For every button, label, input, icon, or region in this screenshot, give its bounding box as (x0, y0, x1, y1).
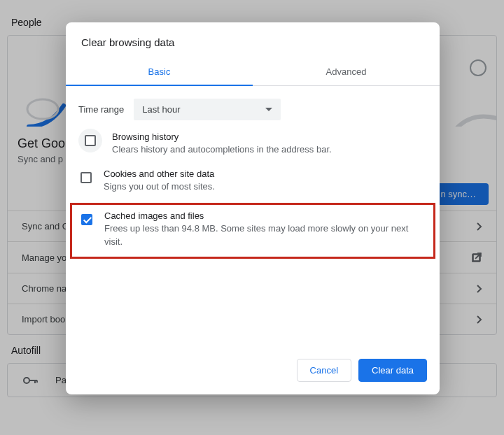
checkbox-cached[interactable] (79, 212, 94, 227)
highlighted-option: Cached images and files Frees up less th… (70, 203, 435, 258)
option-title: Cookies and other site data (104, 169, 215, 179)
checkbox-browsing-history[interactable] (78, 129, 102, 152)
option-cookies: Cookies and other site data Signs you ou… (66, 160, 440, 197)
dialog-actions: Cancel Clear data (66, 348, 440, 394)
dialog-tabs: Basic Advanced (66, 59, 440, 86)
time-range-value: Last hour (142, 104, 180, 115)
tab-advanced[interactable]: Advanced (253, 59, 440, 85)
clear-browsing-data-dialog: Clear browsing data Basic Advanced Time … (66, 22, 440, 394)
dropdown-arrow-icon (265, 108, 272, 112)
option-cached: Cached images and files Frees up less th… (79, 211, 426, 248)
cancel-button[interactable]: Cancel (297, 359, 351, 382)
time-range-row: Time range Last hour (66, 86, 440, 123)
checkbox-cookies[interactable] (78, 170, 94, 185)
clear-data-button[interactable]: Clear data (358, 359, 427, 382)
time-range-label: Time range (78, 104, 124, 115)
option-desc: Signs you out of most sites. (104, 180, 215, 193)
option-title: Browsing history (112, 131, 332, 142)
option-browsing-history: Browsing history Clears history and auto… (66, 123, 440, 160)
time-range-dropdown[interactable]: Last hour (134, 99, 281, 120)
option-title: Cached images and files (104, 211, 426, 221)
dialog-title: Clear browsing data (66, 22, 440, 59)
tab-basic[interactable]: Basic (66, 59, 253, 85)
option-desc: Frees up less than 94.8 MB. Some sites m… (104, 222, 426, 248)
option-desc: Clears history and autocompletions in th… (112, 143, 332, 156)
